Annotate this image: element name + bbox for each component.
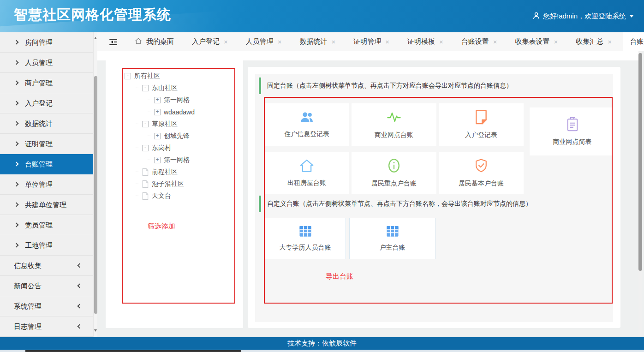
content-scrollbar[interactable] bbox=[638, 51, 642, 337]
tree-node-label: 泡子沿社区 bbox=[152, 180, 184, 188]
ledger-card-household-register-form[interactable]: 入户登记表 bbox=[439, 103, 524, 146]
sidebar-item-certificate-mgmt[interactable]: 证明管理 bbox=[0, 134, 93, 154]
close-icon[interactable]: × bbox=[554, 38, 558, 46]
sidebar-scrollbar[interactable] bbox=[93, 32, 97, 337]
app-window: 智慧社区网格化管理系统 您好!admin，欢迎登陆系统 房间管理 人员管理 商户… bbox=[0, 0, 644, 352]
ledger-card-college-degree[interactable]: 大专学历人员台账 bbox=[264, 218, 346, 259]
tab-bar: 我的桌面 入户登记× 人员管理× 数据统计× 证明管理× 证明模板× 台账设置×… bbox=[97, 32, 644, 51]
tab-my-desktop[interactable]: 我的桌面 bbox=[128, 32, 180, 51]
sidebar-item-party-member-mgmt[interactable]: 党员管理 bbox=[0, 215, 93, 235]
close-icon[interactable]: × bbox=[493, 38, 497, 46]
scrollbar-thumb[interactable] bbox=[94, 76, 97, 314]
tree-node-paoziyan[interactable]: 泡子沿社区 bbox=[123, 178, 234, 190]
tab-ledger-settings[interactable]: 台账设置× bbox=[455, 32, 504, 51]
chevron-left-icon bbox=[78, 304, 82, 309]
ledger-card-resident-info[interactable]: 住户信息登记表 bbox=[264, 103, 349, 146]
sidebar-item-system-mgmt[interactable]: 系统管理 bbox=[0, 296, 93, 316]
scroll-up-arrow[interactable] bbox=[94, 36, 97, 39]
sidebar-item-data-statistics[interactable]: 数据统计 bbox=[0, 113, 93, 134]
tab-label: 收集汇总 bbox=[576, 37, 603, 46]
tree-node-grid-one-2[interactable]: +第一网格 bbox=[123, 154, 234, 166]
section-title: 固定台账（点击左侧树状菜单节点、再点击下方对应台账会导出对应节点的台账信息） bbox=[267, 82, 513, 90]
tree-node-grid-one[interactable]: +第一网格 bbox=[123, 94, 234, 106]
ledger-card-householder[interactable]: 户主台账 bbox=[349, 218, 435, 259]
close-icon[interactable]: × bbox=[439, 38, 443, 46]
card-label: 商业网点台账 bbox=[375, 131, 413, 139]
ledger-card-basic-resident[interactable]: 居民基本户台账 bbox=[439, 152, 524, 194]
tree-node-tianwentai[interactable]: 天文台 bbox=[123, 190, 234, 202]
chevron-right-icon bbox=[14, 81, 19, 85]
ledger-card-rental-housing[interactable]: 出租房屋台账 bbox=[264, 152, 349, 194]
sidebar-item-unit-mgmt[interactable]: 单位管理 bbox=[0, 174, 93, 195]
sidebar-item-label: 入户登记 bbox=[25, 93, 53, 113]
sidebar-item-worksite-mgmt[interactable]: 工地管理 bbox=[0, 235, 93, 256]
expand-toggle-icon[interactable]: + bbox=[154, 97, 161, 103]
sidebar-item-person-mgmt[interactable]: 人员管理 bbox=[0, 53, 93, 73]
section-title: 自定义台账（点击左侧树状菜单节点、再点击下方台账名称，会导出该台账对应节点的信息… bbox=[267, 200, 532, 208]
close-icon[interactable]: × bbox=[385, 38, 389, 46]
close-icon[interactable]: × bbox=[278, 38, 282, 46]
collapse-toggle-icon[interactable]: - bbox=[125, 73, 131, 79]
chevron-left-icon bbox=[78, 324, 82, 329]
ledger-card-business-outlet[interactable]: 商业网点台账 bbox=[352, 103, 436, 146]
chevron-right-icon bbox=[14, 121, 19, 126]
tab-label: 入户登记 bbox=[192, 37, 220, 46]
fixed-ledger-section-header: 固定台账（点击左侧树状菜单节点、再点击下方对应台账会导出对应节点的台账信息） bbox=[259, 78, 513, 94]
section-accent-bar bbox=[259, 78, 261, 94]
sidebar-item-news-notice[interactable]: 新闻公告 bbox=[0, 276, 93, 296]
sidebar-item-joint-unit-mgmt[interactable]: 共建单位管理 bbox=[0, 195, 93, 215]
chevron-right-icon bbox=[14, 243, 19, 248]
sidebar-item-room-mgmt[interactable]: 房间管理 bbox=[0, 32, 93, 53]
ledger-card-key-resident[interactable]: 居民重点户台账 bbox=[352, 152, 436, 194]
user-menu[interactable]: 您好!admin，欢迎登陆系统 bbox=[533, 0, 634, 32]
tree-node-wdaadawd[interactable]: +wdaadawd bbox=[123, 106, 234, 118]
close-icon[interactable]: × bbox=[608, 38, 612, 46]
close-icon[interactable]: × bbox=[332, 38, 336, 46]
ledger-card-business-outlet-brief[interactable]: 商业网点简表 bbox=[530, 107, 615, 155]
app-title: 智慧社区网格化管理系统 bbox=[14, 0, 171, 30]
collapse-menu-icon[interactable] bbox=[109, 39, 117, 45]
tree-node-chuangcheng[interactable]: +创城先锋 bbox=[123, 130, 234, 142]
tab-certificate-mgmt[interactable]: 证明管理× bbox=[347, 32, 396, 51]
tab-collection-form-settings[interactable]: 收集表设置× bbox=[509, 32, 565, 51]
sidebar-item-household-register[interactable]: 入户登记 bbox=[0, 93, 93, 113]
card-label: 出租房屋台账 bbox=[287, 179, 326, 187]
community-tree: -所有社区 -东山社区 +第一网格 +wdaadawd -草原社区 +创城先锋 … bbox=[123, 70, 234, 202]
tree-node-qiancheng[interactable]: 前程社区 bbox=[123, 166, 234, 178]
scrollbar-thumb[interactable] bbox=[638, 53, 642, 271]
sidebar-item-merchant-mgmt[interactable]: 商户管理 bbox=[0, 73, 93, 93]
footer-bar: 技术支持：依歆辰软件 bbox=[0, 337, 644, 350]
tree-node-label: 草原社区 bbox=[152, 120, 178, 128]
chevron-right-icon bbox=[14, 40, 19, 45]
sidebar-item-ledger-mgmt[interactable]: 台账管理 bbox=[0, 154, 93, 174]
scroll-down-arrow[interactable] bbox=[94, 329, 97, 333]
chevron-right-icon bbox=[14, 182, 19, 187]
tree-node-all-communities[interactable]: -所有社区 bbox=[123, 70, 234, 82]
tab-person-mgmt[interactable]: 人员管理× bbox=[239, 32, 288, 51]
expand-toggle-icon[interactable]: + bbox=[154, 109, 161, 115]
sidebar-item-label: 人员管理 bbox=[25, 53, 53, 72]
tree-node-label: 前程社区 bbox=[152, 168, 178, 176]
tab-certificate-template[interactable]: 证明模板× bbox=[401, 32, 450, 51]
tree-node-label: 东山社区 bbox=[152, 84, 178, 92]
sidebar-item-log-mgmt[interactable]: 日志管理 bbox=[0, 316, 93, 337]
expand-toggle-icon[interactable]: + bbox=[154, 157, 161, 163]
shield-check-icon bbox=[475, 158, 488, 174]
tree-node-donggang[interactable]: -东岗村 bbox=[123, 142, 234, 154]
sidebar-item-info-collection[interactable]: 信息收集 bbox=[0, 256, 93, 276]
tree-node-dongshan[interactable]: -东山社区 bbox=[123, 82, 234, 94]
close-icon[interactable]: × bbox=[224, 38, 228, 46]
collapse-toggle-icon[interactable]: - bbox=[142, 145, 149, 151]
collapse-toggle-icon[interactable]: - bbox=[142, 85, 149, 91]
tab-data-statistics[interactable]: 数据统计× bbox=[293, 32, 342, 51]
tab-ledger-mgmt-active[interactable]: 台账管理× bbox=[623, 32, 644, 51]
expand-toggle-icon[interactable]: + bbox=[154, 133, 161, 139]
collapse-toggle-icon[interactable]: - bbox=[142, 121, 149, 127]
tab-collection-summary[interactable]: 收集汇总× bbox=[569, 32, 618, 51]
tree-node-caoyuan[interactable]: -草原社区 bbox=[123, 118, 234, 130]
tab-household-register[interactable]: 入户登记× bbox=[185, 32, 234, 51]
card-label: 居民基本户台账 bbox=[459, 179, 504, 188]
sidebar-item-label: 信息收集 bbox=[14, 256, 42, 275]
card-label: 户主台账 bbox=[380, 244, 405, 252]
bottom-edge-dark-segment bbox=[25, 350, 241, 352]
